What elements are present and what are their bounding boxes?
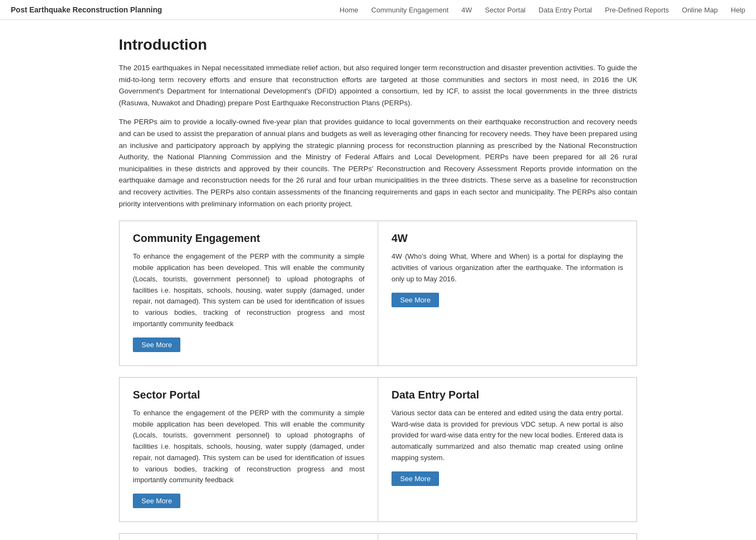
nav-link-reports[interactable]: Pre-Defined Reports — [605, 6, 669, 14]
card-sector-title: Sector Portal — [133, 389, 364, 401]
card-grid-row2: Sector Portal To enhance the engagement … — [119, 377, 637, 523]
card-grid-row1: Community Engagement To enhance the enga… — [119, 220, 637, 366]
intro-para2: The PERPs aim to provide a locally-owned… — [119, 116, 637, 210]
card-grid-row3: Pre-defined Report Compiled reports unde… — [119, 533, 637, 540]
nav-links: Home Community Engagement 4W Sector Port… — [340, 5, 745, 14]
card-4w-body: 4W (Who's doing What, Where and When) is… — [392, 251, 623, 285]
nav-item-community[interactable]: Community Engagement — [372, 5, 449, 14]
card-community-engagement: Community Engagement To enhance the enga… — [119, 221, 378, 366]
intro-section: Introduction The 2015 earthquakes in Nep… — [119, 36, 637, 210]
nav-link-help[interactable]: Help — [731, 6, 745, 14]
card-help: Help A quick guide to use the web-site w… — [378, 534, 637, 540]
card-4w: 4W 4W (Who's doing What, Where and When)… — [378, 221, 637, 366]
nav-link-map[interactable]: Online Map — [682, 6, 718, 14]
card-community-body: To enhance the engagement of the PERP wi… — [133, 251, 364, 330]
nav-item-4w[interactable]: 4W — [462, 5, 473, 14]
see-more-sector-button[interactable]: See More — [133, 494, 180, 508]
card-sector-body: To enhance the engagement of the PERP wi… — [133, 408, 364, 487]
nav-item-sector[interactable]: Sector Portal — [485, 5, 525, 14]
card-sector-portal: Sector Portal To enhance the engagement … — [119, 377, 378, 522]
nav-brand: Post Earthquake Reconstruction Planning — [11, 5, 162, 14]
card-community-title: Community Engagement — [133, 232, 364, 245]
nav-item-map[interactable]: Online Map — [682, 5, 718, 14]
nav-item-data-entry[interactable]: Data Entry Portal — [538, 5, 592, 14]
nav-link-4w[interactable]: 4W — [462, 6, 473, 14]
see-more-community-button[interactable]: See More — [133, 338, 180, 352]
card-data-entry: Data Entry Portal Various sector data ca… — [378, 377, 637, 522]
card-4w-title: 4W — [392, 232, 623, 245]
see-more-data-entry-button[interactable]: See More — [392, 471, 439, 486]
nav-link-community[interactable]: Community Engagement — [372, 6, 449, 14]
nav-link-home[interactable]: Home — [340, 6, 359, 14]
see-more-4w-button[interactable]: See More — [392, 293, 439, 307]
intro-title: Introduction — [119, 36, 637, 53]
nav-item-home[interactable]: Home — [340, 5, 359, 14]
card-predefined-report: Pre-defined Report Compiled reports unde… — [119, 534, 378, 540]
nav-item-reports[interactable]: Pre-Defined Reports — [605, 5, 669, 14]
intro-para1: The 2015 earthquakes in Nepal necessitat… — [119, 62, 637, 109]
nav-item-help[interactable]: Help — [731, 5, 745, 14]
nav-link-sector[interactable]: Sector Portal — [485, 6, 525, 14]
card-data-entry-title: Data Entry Portal — [392, 389, 623, 401]
main-content: Introduction The 2015 earthquakes in Nep… — [108, 20, 648, 540]
card-data-entry-body: Various sector data can be entered and e… — [392, 408, 623, 464]
nav-link-data-entry[interactable]: Data Entry Portal — [538, 6, 592, 14]
navbar: Post Earthquake Reconstruction Planning … — [0, 0, 756, 20]
